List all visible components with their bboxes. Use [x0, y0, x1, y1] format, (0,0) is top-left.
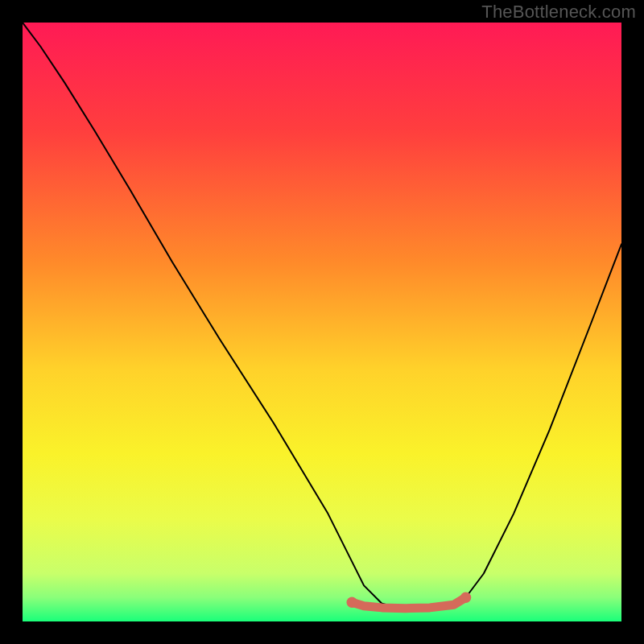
chart-curves	[23, 23, 621, 621]
plot-area	[23, 23, 621, 621]
watermark-text: TheBottleneck.com	[481, 2, 636, 23]
highlight-segment	[352, 597, 465, 608]
highlight-endpoint-left	[347, 597, 357, 607]
chart-container: TheBottleneck.com	[0, 0, 644, 644]
main-curve	[23, 23, 621, 609]
highlight-endpoint-right	[460, 592, 471, 603]
